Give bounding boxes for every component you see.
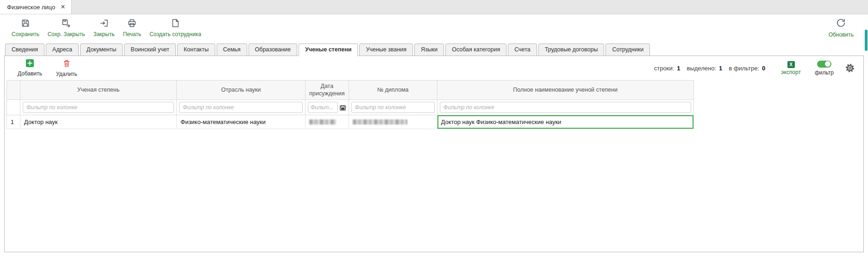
cell-full-name[interactable]: Доктор наук Физико-математические науки bbox=[437, 115, 693, 129]
filter-toggle-group: фильтр bbox=[815, 61, 834, 76]
tab-svedeniya[interactable]: Сведения bbox=[5, 44, 44, 56]
refresh-icon bbox=[836, 18, 846, 30]
add-row-label: Добавить bbox=[18, 70, 42, 77]
cell-diploma-number[interactable] bbox=[349, 115, 437, 129]
calendar-icon[interactable] bbox=[339, 104, 346, 111]
col-award-date[interactable]: Дата присуждения bbox=[306, 81, 349, 100]
cell-science-branch[interactable]: Физико-математические науки bbox=[177, 115, 306, 129]
tab-yazyki[interactable]: Языки bbox=[414, 44, 444, 56]
document-icon bbox=[171, 19, 180, 30]
content-panel: Добавить Удалить строки: 1 выделено: 1 в… bbox=[4, 56, 864, 252]
window-tab-title: Физическое лицо bbox=[7, 4, 55, 11]
filter-input-award-date[interactable] bbox=[308, 102, 338, 113]
col-degree[interactable]: Ученая степень bbox=[20, 81, 177, 100]
trash-icon bbox=[63, 59, 70, 69]
cell-degree[interactable]: Доктор наук bbox=[20, 115, 177, 129]
table-header-row: Ученая степень Отрасль науки Дата присуж… bbox=[7, 81, 694, 100]
section-tabs: Сведения Адреса Документы Воинский учет … bbox=[4, 42, 864, 56]
tab-kontakty[interactable]: Контакты bbox=[177, 44, 215, 56]
refresh-button-label: Обновить bbox=[829, 31, 854, 38]
col-science-branch[interactable]: Отрасль науки bbox=[177, 81, 306, 100]
save-button-label: Сохранить bbox=[12, 31, 39, 37]
save-button[interactable]: Сохранить bbox=[7, 17, 44, 39]
filter-toggle[interactable] bbox=[817, 61, 831, 68]
delete-row-button[interactable]: Удалить bbox=[56, 59, 77, 77]
excel-icon: X bbox=[787, 61, 795, 68]
rows-count-value: 1 bbox=[677, 65, 680, 72]
export-label: экспорт bbox=[781, 69, 801, 75]
redacted-diploma-number bbox=[353, 119, 407, 125]
filter-input-degree[interactable] bbox=[23, 102, 174, 113]
tab-adresa[interactable]: Адреса bbox=[46, 44, 79, 56]
row-number-header bbox=[7, 81, 20, 100]
cell-award-date[interactable] bbox=[306, 115, 349, 129]
scrollbar-thumb[interactable] bbox=[865, 30, 868, 51]
main-toolbar: Сохранить Сохр. Закрыть Закрыть Печать С… bbox=[0, 14, 868, 41]
save-close-button[interactable]: Сохр. Закрыть bbox=[44, 17, 89, 39]
tab-sotrudniki[interactable]: Сотрудники bbox=[606, 44, 650, 56]
window-tab-person[interactable]: Физическое лицо × bbox=[0, 0, 72, 14]
cell-row-number[interactable]: 1 bbox=[7, 115, 20, 129]
tab-uchenye-zvaniya[interactable]: Ученые звания bbox=[359, 44, 413, 56]
settings-gear-icon[interactable] bbox=[845, 63, 855, 73]
save-close-icon bbox=[62, 19, 71, 30]
tab-obrazovanie[interactable]: Образование bbox=[249, 44, 297, 56]
redacted-award-date bbox=[309, 119, 336, 125]
tab-uchenye-stepeni[interactable]: Ученые степени bbox=[299, 44, 358, 56]
create-employee-button[interactable]: Создать сотрудника bbox=[145, 17, 206, 39]
table-row[interactable]: 1 Доктор наук Физико-математические наук… bbox=[7, 115, 694, 129]
tab-scheta[interactable]: Счета bbox=[508, 44, 537, 56]
window-tab-bar: Физическое лицо × bbox=[0, 0, 868, 14]
filtered-count-label: в фильтре: bbox=[729, 65, 759, 72]
col-diploma-number[interactable]: № диплома bbox=[349, 81, 437, 100]
selected-count-label: выделено: bbox=[687, 65, 716, 72]
refresh-button[interactable]: Обновить bbox=[824, 16, 858, 40]
save-close-button-label: Сохр. Закрыть bbox=[48, 31, 85, 37]
plus-icon bbox=[26, 59, 34, 69]
create-employee-button-label: Создать сотрудника bbox=[150, 31, 201, 37]
add-row-button[interactable]: Добавить bbox=[18, 59, 42, 77]
degrees-table: Ученая степень Отрасль науки Дата присуж… bbox=[6, 80, 694, 129]
print-button[interactable]: Печать bbox=[119, 17, 145, 39]
close-button[interactable]: Закрыть bbox=[89, 17, 119, 39]
col-full-name[interactable]: Полное наименование ученой степени bbox=[437, 81, 693, 100]
app-window: Физическое лицо × Сохранить Сохр. Закрыт… bbox=[0, 0, 868, 252]
filtered-count-value: 0 bbox=[762, 65, 765, 72]
grid-toolbar: Добавить Удалить строки: 1 выделено: 1 в… bbox=[5, 56, 863, 80]
printer-icon bbox=[127, 19, 137, 30]
filter-toggle-label: фильтр bbox=[815, 69, 834, 76]
filter-row bbox=[7, 100, 694, 115]
filter-cell-empty bbox=[7, 100, 20, 115]
filter-input-full-name[interactable] bbox=[440, 102, 691, 113]
filter-input-diploma-number[interactable] bbox=[351, 102, 435, 113]
close-tab-icon[interactable]: × bbox=[61, 3, 65, 11]
export-excel-button[interactable]: X экспорт bbox=[781, 61, 801, 75]
tab-dokumenty[interactable]: Документы bbox=[80, 44, 123, 56]
tab-osobaya-kategoriya[interactable]: Особая категория bbox=[445, 44, 506, 56]
rows-count-label: строки: bbox=[654, 65, 674, 72]
filter-input-science-branch[interactable] bbox=[179, 102, 303, 113]
selected-count-value: 1 bbox=[719, 65, 722, 72]
grid-stats: строки: 1 выделено: 1 в фильтре: 0 bbox=[654, 65, 769, 72]
exit-door-icon bbox=[100, 19, 109, 30]
tab-voinskiy-uchet[interactable]: Воинский учет bbox=[124, 44, 175, 56]
print-button-label: Печать bbox=[123, 31, 141, 37]
delete-row-label: Удалить bbox=[56, 71, 77, 77]
close-button-label: Закрыть bbox=[93, 31, 114, 37]
tab-trudovye-dogovory[interactable]: Трудовые договоры bbox=[538, 44, 605, 56]
tab-semya[interactable]: Семья bbox=[217, 44, 247, 56]
toggle-knob bbox=[825, 61, 831, 67]
save-icon bbox=[21, 19, 30, 30]
